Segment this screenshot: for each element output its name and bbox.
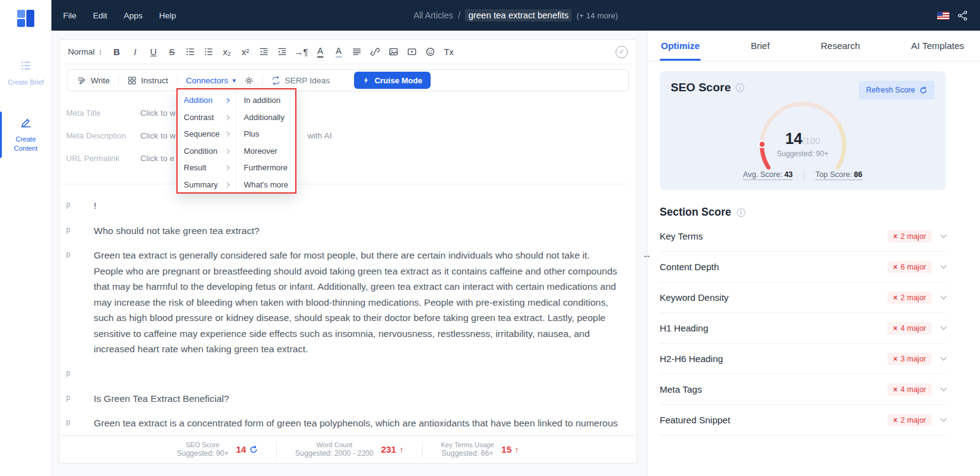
meta-title-input[interactable]: Click to w — [140, 108, 176, 118]
document-body: Meta Title Click to w Meta Description C… — [59, 91, 636, 435]
tab-research[interactable]: Research — [820, 31, 861, 61]
breadcrumb-all-articles[interactable]: All Articles — [413, 10, 453, 20]
connector-option[interactable]: In addition — [236, 92, 295, 109]
share-icon[interactable] — [957, 10, 968, 21]
paragraph-block: p — [59, 366, 636, 382]
paragraph-text[interactable]: Green tea extract is a concentrated form… — [94, 415, 618, 435]
bullet-list-button[interactable] — [203, 45, 215, 59]
info-icon[interactable]: i — [737, 208, 745, 217]
underline-button[interactable]: U — [148, 45, 160, 59]
active-indicator — [0, 111, 2, 158]
language-flag-icon[interactable] — [937, 12, 949, 20]
paragraph-text[interactable] — [94, 366, 618, 382]
link-button[interactable] — [369, 45, 382, 59]
menu-file[interactable]: File — [63, 11, 77, 20]
chevron-down-icon[interactable] — [941, 355, 947, 361]
section-row-meta-tags[interactable]: Meta Tags ×4 major — [660, 374, 946, 405]
chevron-down-icon[interactable] — [941, 232, 947, 238]
issue-badge: ×2 major — [888, 414, 932, 426]
url-permalink-input[interactable]: Click to e — [140, 154, 175, 163]
bold-button[interactable]: B — [111, 45, 123, 59]
paragraph-block: p Who should not take green tea extract? — [59, 223, 636, 239]
chevron-down-icon[interactable] — [941, 263, 947, 269]
connector-options: In addition Additionally Plus Moreover F… — [236, 89, 295, 192]
paragraph-marker: p — [66, 391, 94, 407]
menu-apps[interactable]: Apps — [124, 11, 143, 20]
sidebar-item-create-content[interactable]: Create Content — [0, 114, 51, 156]
connector-category-summary[interactable]: Summary — [178, 176, 236, 194]
section-row-h2-h6-heading[interactable]: H2-H6 Heading ×3 major — [660, 344, 946, 374]
emoji-button[interactable] — [424, 45, 437, 59]
create-brief-icon — [20, 59, 32, 74]
connector-option[interactable]: Plus — [236, 126, 295, 143]
chevron-right-icon — [224, 98, 229, 103]
menu-help[interactable]: Help — [159, 11, 176, 20]
paragraph-text[interactable]: Is Green Tea Extract Beneficial? — [94, 391, 618, 407]
connector-category-addition[interactable]: Addition — [178, 92, 236, 109]
connector-option[interactable]: What's more — [236, 176, 295, 194]
seo-score-card: SEO Score i Refresh Score — [660, 71, 946, 190]
connector-category-condition[interactable]: Condition — [178, 143, 236, 160]
formatting-toolbar: Normal ↕ B I U S x₂ x² — [59, 40, 636, 64]
breadcrumb-more-count[interactable]: (+ 14 more) — [576, 11, 618, 20]
meta-description-ai-suffix[interactable]: with AI — [307, 131, 332, 140]
section-row-featured-snippet[interactable]: Featured Snippet ×2 major — [660, 405, 946, 436]
breadcrumb-article-title[interactable]: green tea extract benefits — [466, 9, 572, 21]
clear-format-button[interactable]: Tx — [443, 45, 455, 59]
chevron-down-icon[interactable] — [941, 293, 947, 300]
cruise-mode-button[interactable]: Cruise Mode — [354, 72, 431, 89]
refresh-score-button[interactable]: Refresh Score — [859, 81, 935, 99]
section-row-h1-heading[interactable]: H1 Heading ×4 major — [660, 313, 946, 344]
serp-ideas-button[interactable]: SERP Ideas — [271, 76, 330, 85]
video-embed-button[interactable] — [406, 45, 418, 59]
tab-optimize[interactable]: Optimize — [660, 31, 701, 61]
align-button[interactable] — [351, 45, 363, 59]
outdent-button[interactable] — [258, 45, 270, 59]
chevron-down-icon[interactable] — [941, 416, 947, 422]
text-direction-button[interactable]: →¶ — [295, 45, 308, 59]
tab-ai-templates[interactable]: AI Templates — [910, 31, 965, 61]
paragraph-text[interactable]: ! — [94, 198, 618, 214]
tab-brief[interactable]: Brief — [750, 31, 771, 61]
subscript-button[interactable]: x₂ — [221, 45, 233, 59]
settings-gear-icon[interactable] — [244, 76, 254, 85]
status-suggested: Suggested: 66+ — [441, 449, 494, 458]
connector-category-result[interactable]: Result — [178, 159, 236, 176]
ordered-list-button[interactable] — [184, 45, 197, 59]
text-color-button[interactable]: A — [314, 45, 326, 59]
info-icon[interactable]: i — [736, 83, 744, 92]
chevron-right-icon — [224, 182, 229, 187]
panel-resize-handle[interactable]: ↔ — [641, 249, 653, 261]
paragraph-text[interactable]: Green tea extract is generally considere… — [94, 247, 618, 357]
paragraph-style-dropdown[interactable]: Normal ↕ — [68, 47, 102, 56]
section-row-key-terms[interactable]: Key Terms ×2 major — [660, 221, 946, 252]
breadcrumb-separator: / — [458, 10, 461, 20]
connector-option[interactable]: Additionally — [236, 109, 295, 126]
connector-category-sequence[interactable]: Sequence — [178, 126, 236, 143]
strikethrough-button[interactable]: S — [166, 45, 178, 59]
sidebar-item-create-brief[interactable]: Create Brief — [0, 57, 51, 89]
issue-badge: ×4 major — [888, 322, 932, 334]
connector-option[interactable]: Moreover — [236, 143, 295, 160]
indent-button[interactable] — [276, 45, 288, 59]
app-logo[interactable] — [15, 8, 36, 29]
italic-button[interactable]: I — [129, 45, 141, 59]
superscript-button[interactable]: x² — [239, 45, 252, 59]
connector-option[interactable]: Furthermore — [236, 159, 295, 176]
write-button[interactable]: Write — [77, 76, 110, 85]
connectors-dropdown-button[interactable]: Connectors ▾ — [186, 76, 236, 85]
meta-title-row: Meta Title Click to w — [66, 107, 627, 118]
section-row-keyword-density[interactable]: Keyword Density ×2 major — [660, 282, 946, 313]
highlight-button[interactable]: A — [333, 45, 345, 59]
refresh-icon[interactable] — [249, 445, 258, 454]
connector-category-contrast[interactable]: Contrast — [178, 109, 236, 126]
meta-description-input[interactable]: Click to w — [140, 131, 176, 140]
image-button[interactable] — [388, 45, 400, 59]
section-row-content-depth[interactable]: Content Depth ×6 major — [660, 252, 946, 282]
paragraph-text[interactable]: Who should not take green tea extract? — [94, 223, 618, 239]
chevron-down-icon[interactable] — [941, 324, 947, 330]
chevron-down-icon[interactable] — [941, 385, 947, 391]
app: File Edit Apps Help All Articles / green… — [0, 0, 980, 476]
menu-edit[interactable]: Edit — [93, 11, 107, 20]
instruct-button[interactable]: Instruct — [127, 76, 168, 85]
